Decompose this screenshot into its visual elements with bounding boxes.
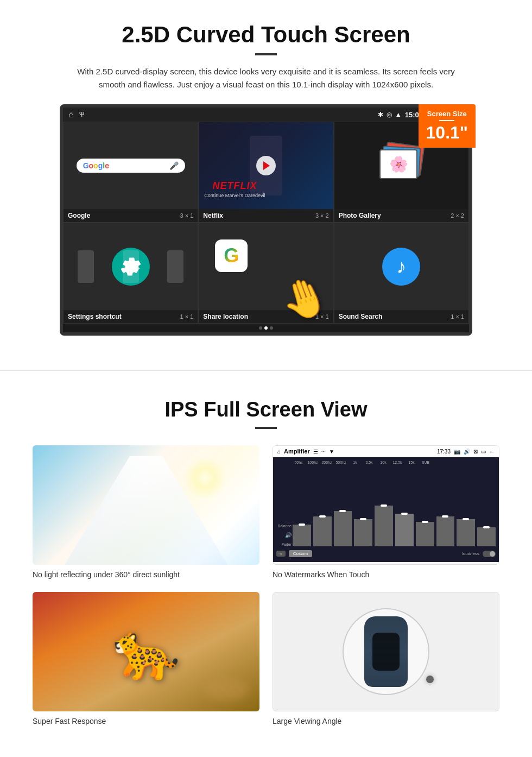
eq-handle-5 [381,504,387,507]
app-cell-share[interactable]: G 🤚 Share location 1 × 1 [198,223,333,324]
eq-bar-fill-10 [477,527,496,546]
amp-time: 17:33 [437,449,451,455]
eq-bar-fill-2 [313,516,332,546]
share-widget: G 🤚 [199,223,333,310]
amp-back-s: ← [489,449,495,455]
amp-custom-btn[interactable]: Custom [289,550,313,557]
person-silhouette-1 [78,250,94,283]
google-search-bar[interactable]: Google 🎤 [77,159,185,173]
flower-icon: 🌸 [389,155,408,173]
section1-description: With 2.5D curved-display screen, this de… [76,65,456,91]
amp-label-200hz: 200hz [321,460,333,464]
eq-bar-5 [375,506,393,546]
amp-wifi-s: ▼ [329,449,334,455]
location-icon: ◎ [387,111,392,118]
amp-label-60hz: 60hz [293,460,305,464]
amp-home-icon: ⌂ [277,449,281,455]
car-feature-image [273,592,499,711]
amp-label-2-5k: 2.5k [363,460,375,464]
scroll-dot-2 [264,326,268,330]
amp-content: Balance 🔊 Fader [276,466,496,546]
gallery-app-size: 2 × 2 [451,212,464,219]
sunlight-feature-image [33,445,259,565]
amp-loudness-toggle[interactable] [483,551,496,557]
eq-handle-8 [442,515,448,518]
section2-title: IPS Full Screen View [33,398,499,421]
gallery-app-name: Photo Gallery [339,212,381,219]
app-cell-google[interactable]: Google 🎤 Google 3 × 1 [63,122,198,223]
device-mockup: Screen Size 10.1" ⌂ Ψ ✱ ◎ ▲ 15:06 📷 🔊 ⊠ … [60,104,472,336]
eq-handle-10 [483,526,490,528]
google-widget: Google 🎤 [64,122,198,209]
amp-loudness-label: loudness [462,551,479,556]
car-roof [372,633,400,671]
netflix-subtitle: Continue Marvel's Daredevil [204,193,265,198]
bluetooth-icon: ✱ [378,111,383,118]
amp-volume-icon-sm: 🔊 [276,532,292,538]
car-top-view [364,616,408,687]
person-silhouette-3 [167,250,183,283]
eq-bar-fill-9 [457,519,475,546]
google-app-name: Google [68,212,90,219]
amp-label-100hz: 100hz [307,460,319,464]
scroll-dot-1 [259,326,262,330]
eq-bar-fill-3 [334,511,352,546]
amp-cam-s: 📷 [454,449,460,455]
eq-handle-2 [319,515,326,518]
amplifier-image: ⌂ Amplifier ☰ ··· ▼ 17:33 📷 🔊 ⊠ ▭ ← [273,445,499,565]
amp-back-btn[interactable]: ‹‹ [276,551,286,557]
sun-glow [183,456,227,500]
status-bar: ⌂ Ψ ✱ ◎ ▲ 15:06 📷 🔊 ⊠ ▭ [63,108,469,122]
amp-x-s: ⊠ [473,449,478,455]
eq-bar-4 [354,519,372,546]
badge-label: Screen Size [426,110,468,118]
scroll-dot-3 [270,326,273,330]
section-divider [0,370,532,371]
settings-widget [64,223,198,310]
car-circle-frame [343,608,429,695]
equalizer-bars [293,492,496,546]
car-image [273,592,499,711]
eq-handle-3 [339,510,346,512]
google-g-letter: G [224,244,239,267]
google-mic-icon[interactable]: 🎤 [169,161,179,170]
eq-bar-6 [395,514,414,546]
device-screen: ⌂ Ψ ✱ ◎ ▲ 15:06 📷 🔊 ⊠ ▭ [60,104,472,336]
eq-bar-fill-4 [354,519,372,546]
amp-label-12-5k: 12.5k [391,460,403,464]
share-g-icon: G [215,239,248,272]
wifi-icon: ▲ [395,111,402,118]
eq-bar-fill-1 [293,525,311,546]
eq-bar-9 [457,519,475,546]
sound-app-name: Sound Search [339,313,383,320]
eq-bar-3 [334,511,352,546]
cheetah-image: 🐆 [33,592,259,711]
cheetah-silhouette-icon: 🐆 [112,620,180,684]
app-cell-settings[interactable]: Settings shortcut 1 × 1 [63,223,198,324]
amp-label-15k: 15k [406,460,417,464]
eq-bar-fill-6 [395,514,414,546]
settings-cell-label: Settings shortcut 1 × 1 [64,310,198,323]
app-cell-sound[interactable]: ♪ Sound Search 1 × 1 [334,223,469,324]
share-app-name: Share location [203,313,248,320]
amp-balance-label: Balance [276,524,292,528]
sound-search-icon-circle: ♪ [382,248,420,286]
sound-cell-label: Sound Search 1 × 1 [334,310,468,323]
section-ips-screen: IPS Full Screen View No light reflecting… [0,387,532,747]
usb-icon: Ψ [79,111,85,118]
google-app-size: 3 × 1 [180,212,194,219]
scroll-dots [63,324,469,332]
gallery-stack: 🌸 [379,144,423,187]
netflix-play-button[interactable] [256,156,276,175]
feature-cheetah: 🐆 Super Fast Response [33,592,259,726]
gallery-card-3: 🌸 [379,149,417,179]
eq-bar-10 [477,527,496,546]
amplifier-caption: No Watermarks When Touch [273,570,499,579]
app-cell-netflix[interactable]: NETFLIX Continue Marvel's Daredevil Netf… [198,122,333,223]
netflix-widget: NETFLIX Continue Marvel's Daredevil [199,122,333,209]
feature-car: Large Viewing Angle [273,592,499,726]
amp-sidebar: Balance 🔊 Fader [276,524,292,546]
eq-bar-7 [416,522,434,546]
sunlight-image [33,445,259,565]
badge-underline [439,120,454,121]
